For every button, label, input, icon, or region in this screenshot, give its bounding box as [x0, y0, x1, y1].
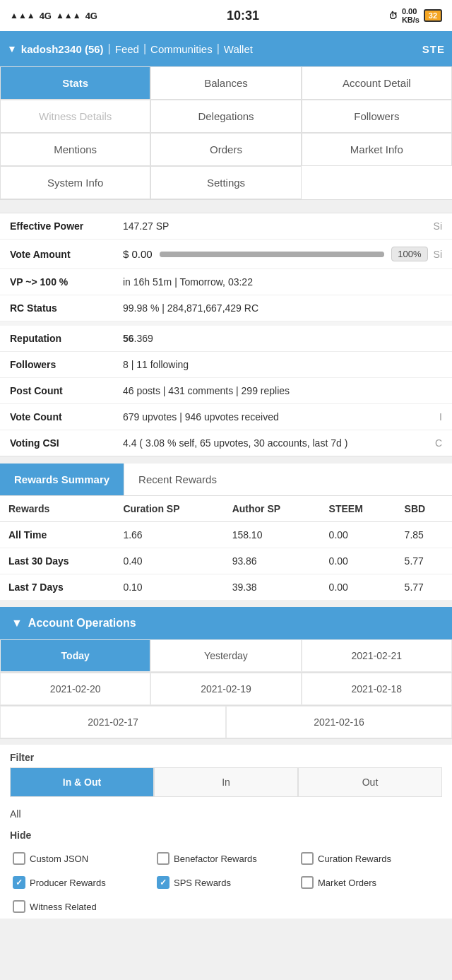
nav-username[interactable]: kadosh2340 (56): [21, 43, 104, 55]
speed-label: 0.00KB/s: [402, 7, 420, 24]
account-ops-header: ▼ Account Operations: [0, 607, 452, 639]
tab-balances[interactable]: Balances: [150, 66, 301, 100]
date-cell-0217[interactable]: 2021-02-17: [0, 706, 226, 738]
row-alltime-sbd: 7.85: [396, 522, 452, 548]
cb-producer-label: Producer Rewards: [30, 878, 106, 888]
checkbox-witness-related[interactable]: Witness Related: [10, 895, 154, 919]
checkbox-sps-rewards[interactable]: SPS Rewards: [154, 870, 298, 895]
date-cell-0221[interactable]: 2021-02-21: [302, 639, 452, 672]
checkbox-curation-rewards[interactable]: Curation Rewards: [298, 846, 442, 870]
date-cell-today[interactable]: Today: [0, 639, 150, 672]
date-cell-0218[interactable]: 2021-02-18: [302, 673, 452, 705]
tabs-grid: Stats Balances Account Detail Witness De…: [0, 66, 452, 200]
tab-account-detail[interactable]: Account Detail: [302, 66, 452, 100]
checkbox-market-orders[interactable]: Market Orders: [298, 870, 442, 895]
rewards-tab-recent[interactable]: Recent Rewards: [124, 464, 231, 495]
nav-sep-1: |: [108, 42, 111, 55]
tab-delegations[interactable]: Delegations: [150, 100, 301, 133]
stat-row-vp: VP ~> 100 % in 16h 51m | Tomorrow, 03:22: [0, 269, 452, 295]
stat-row-votes: Vote Count 679 upvotes | 946 upvotes rec…: [0, 404, 452, 430]
stat-extra-ep: Si: [434, 220, 442, 232]
rewards-table-header: Rewards Curation SP Author SP STEEM SBD: [0, 496, 452, 522]
signal-label-1: 4G: [40, 11, 52, 21]
cb-market-icon[interactable]: [301, 876, 314, 889]
nav-communities-link[interactable]: Communities: [150, 43, 213, 55]
nav-wallet-link[interactable]: Wallet: [224, 43, 253, 55]
top-nav: ▼ kadosh2340 (56) | Feed | Communities |…: [0, 31, 452, 66]
signal-icon-1: ▲▲▲: [10, 11, 35, 20]
tab-mentions[interactable]: Mentions: [0, 133, 150, 166]
cb-custom-json-icon[interactable]: [13, 852, 25, 865]
cb-market-label: Market Orders: [318, 878, 376, 888]
row-30d-steem: 0.00: [321, 548, 396, 574]
row-30d-curation: 0.40: [114, 548, 223, 574]
section-gap-1: [0, 200, 452, 207]
speed-icon: ⏱: [388, 11, 398, 21]
hide-label: Hide: [10, 830, 442, 841]
row-7d-steem: 0.00: [321, 574, 396, 601]
checkbox-custom-json[interactable]: Custom JSON: [10, 846, 154, 870]
filter-btn-inout[interactable]: In & Out: [10, 767, 154, 797]
cb-witness-icon[interactable]: [13, 900, 25, 913]
filter-btn-out[interactable]: Out: [298, 767, 442, 797]
date-cell-0219[interactable]: 2021-02-19: [150, 673, 301, 705]
checkbox-benefactor-rewards[interactable]: Benefactor Rewards: [154, 846, 298, 870]
date-cell-yesterday[interactable]: Yesterday: [150, 639, 301, 672]
stat-label-vc: Vote Count: [10, 411, 123, 423]
filter-section: Filter In & Out In Out All Hide Custom J…: [0, 745, 452, 919]
table-row: All Time 1.66 158.10 0.00 7.85: [0, 522, 452, 548]
date-cell-0220[interactable]: 2021-02-20: [0, 673, 150, 705]
ops-arrow-icon: ▼: [11, 617, 23, 630]
tab-system-info[interactable]: System Info: [0, 166, 150, 199]
tab-stats[interactable]: Stats: [0, 66, 150, 100]
row-alltime-curation: 1.66: [114, 522, 223, 548]
stat-label-ep: Effective Power: [10, 220, 123, 232]
tab-followers[interactable]: Followers: [302, 100, 452, 133]
checkbox-grid: Custom JSON Benefactor Rewards Curation …: [10, 846, 442, 919]
stat-label-rc: RC Status: [10, 302, 123, 314]
nav-feed-link[interactable]: Feed: [115, 43, 139, 55]
stat-label-pc: Post Count: [10, 385, 123, 396]
filter-buttons: In & Out In Out: [10, 767, 442, 797]
stat-row-rep: Reputation 56.369: [0, 326, 452, 352]
row-alltime-author: 158.10: [224, 522, 321, 548]
cb-benefactor-icon[interactable]: [157, 852, 170, 865]
col-sbd: SBD: [396, 496, 452, 522]
stat-value-vc: 679 upvotes | 946 upvotes received: [123, 411, 434, 423]
section-gap-2: [0, 456, 452, 464]
cb-curation-icon[interactable]: [301, 852, 314, 865]
tab-market-info[interactable]: Market Info: [302, 133, 452, 166]
row-7d-curation: 0.10: [114, 574, 223, 601]
stat-row-posts: Post Count 46 posts | 431 comments | 299…: [0, 378, 452, 404]
signal-icon-2: ▲▲▲: [56, 11, 81, 20]
col-rewards: Rewards: [0, 496, 114, 522]
filter-btn-in[interactable]: In: [154, 767, 298, 797]
stat-value-vp: in 16h 51m | Tomorrow, 03:22: [123, 276, 442, 288]
checkbox-producer-rewards[interactable]: Producer Rewards: [10, 870, 154, 895]
cb-producer-icon[interactable]: [13, 876, 25, 889]
tab-settings[interactable]: Settings: [150, 166, 301, 199]
cb-benefactor-label: Benefactor Rewards: [174, 854, 257, 864]
row-30d-author: 93.86: [224, 548, 321, 574]
battery-indicator: 32: [424, 9, 442, 22]
stats-section: Effective Power 147.27 SP Si Vote Amount…: [0, 213, 452, 456]
status-left: ▲▲▲ 4G ▲▲▲ 4G: [10, 11, 97, 21]
col-curation: Curation SP: [114, 496, 223, 522]
cb-curation-label: Curation Rewards: [318, 854, 391, 864]
ops-title: Account Operations: [28, 617, 136, 630]
vote-amount-value: $ 0.00 100%: [123, 247, 428, 261]
tab-orders[interactable]: Orders: [150, 133, 301, 166]
stat-label-fol: Followers: [10, 359, 123, 370]
stat-row-followers: Followers 8 | 11 following: [0, 352, 452, 378]
date-grid-row3: 2021-02-17 2021-02-16: [0, 706, 452, 739]
cb-sps-label: SPS Rewards: [174, 878, 231, 888]
rewards-section: Rewards Summary Recent Rewards Rewards C…: [0, 464, 452, 600]
cb-sps-icon[interactable]: [157, 876, 170, 889]
nav-arrow-icon[interactable]: ▼: [7, 43, 17, 54]
col-steem: STEEM: [321, 496, 396, 522]
stat-value-ep: 147.27 SP: [123, 220, 428, 232]
stat-row-effective-power: Effective Power 147.27 SP Si: [0, 213, 452, 240]
rewards-tab-summary[interactable]: Rewards Summary: [0, 464, 124, 495]
tab-witness-details[interactable]: Witness Details: [0, 100, 150, 133]
date-cell-0216[interactable]: 2021-02-16: [226, 706, 452, 738]
